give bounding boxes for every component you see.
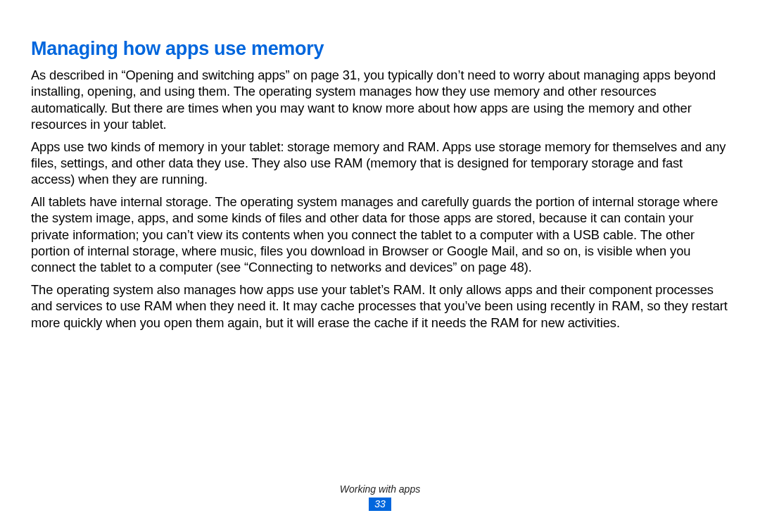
paragraph: Apps use two kinds of memory in your tab…: [31, 139, 729, 188]
page-number: 33: [369, 498, 391, 511]
footer-section-label: Working with apps: [0, 483, 760, 495]
paragraph: The operating system also manages how ap…: [31, 281, 729, 331]
paragraph: As described in “Opening and switching a…: [31, 67, 729, 133]
section-heading: Managing how apps use memory: [31, 38, 729, 60]
page-footer: Working with apps 33: [0, 483, 760, 511]
paragraph: All tablets have internal storage. The o…: [31, 194, 729, 276]
